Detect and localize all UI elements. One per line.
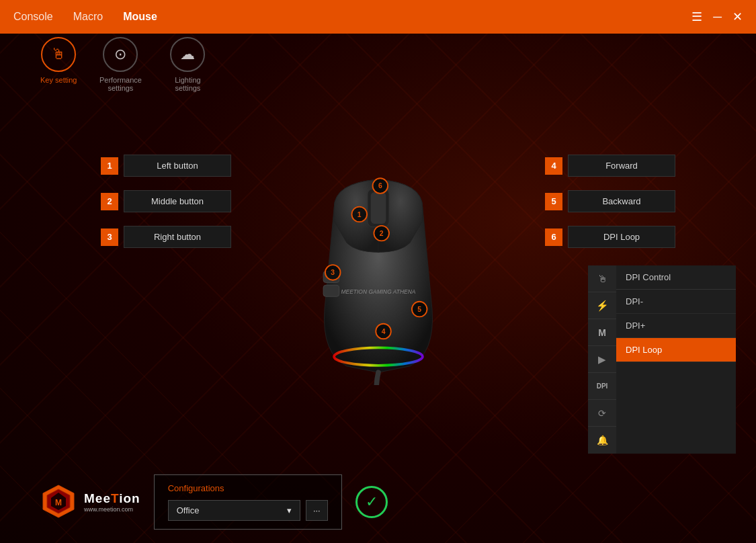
svg-rect-2 bbox=[370, 192, 386, 224]
backward-button-label[interactable]: Backward bbox=[568, 190, 675, 212]
performance-label: Performance settings bbox=[97, 76, 144, 92]
svg-text:2: 2 bbox=[379, 230, 383, 237]
nav-console[interactable]: Console bbox=[13, 11, 53, 23]
lighting-label: Lighting settings bbox=[164, 76, 211, 92]
button-row-2: 2 Middle button bbox=[101, 190, 231, 212]
titlebar: Console Macro Mouse ☰ ─ ✕ bbox=[0, 0, 756, 34]
svg-text:5: 5 bbox=[417, 306, 421, 313]
key-setting-btn[interactable]: 🖱 Key setting bbox=[40, 37, 77, 92]
button-number-5: 5 bbox=[545, 193, 562, 210]
button-number-4: 4 bbox=[545, 157, 562, 175]
svg-rect-4 bbox=[323, 285, 339, 296]
forward-button-label[interactable]: Forward bbox=[568, 155, 675, 177]
right-button-label[interactable]: Right button bbox=[124, 226, 231, 248]
top-icon-bar: 🖱 Key setting ⊙ Performance settings ☁ L… bbox=[40, 37, 211, 92]
middle-button-label[interactable]: Middle button bbox=[124, 190, 231, 212]
button-row-1: 1 Left button bbox=[101, 155, 231, 177]
menu-icon[interactable]: ☰ bbox=[691, 11, 702, 23]
left-button-label[interactable]: Left button bbox=[124, 155, 231, 177]
window-controls: ☰ ─ ✕ bbox=[691, 11, 743, 23]
nav-bar: Console Macro Mouse bbox=[13, 11, 691, 23]
key-setting-icon: 🖱 bbox=[41, 37, 76, 72]
lighting-setting-btn[interactable]: ☁ Lighting settings bbox=[164, 37, 211, 92]
minimize-icon[interactable]: ─ bbox=[713, 11, 722, 23]
performance-setting-btn[interactable]: ⊙ Performance settings bbox=[97, 37, 144, 92]
svg-text:6: 6 bbox=[378, 182, 382, 190]
dpi-loop-button-label[interactable]: DPI Loop bbox=[568, 226, 675, 248]
button-row-4: 4 Forward bbox=[545, 155, 675, 177]
key-setting-label: Key setting bbox=[40, 76, 77, 84]
center-area: 1 Left button 2 Middle button 3 Right bu… bbox=[0, 34, 756, 543]
button-number-6: 6 bbox=[545, 228, 562, 246]
main-area: 1 Left button 2 Middle button 3 Right bu… bbox=[0, 34, 756, 543]
button-number-2: 2 bbox=[101, 193, 118, 210]
right-button-labels: 4 Forward 5 Backward 6 DPI Loop bbox=[545, 155, 675, 248]
nav-mouse[interactable]: Mouse bbox=[123, 11, 157, 23]
button-row-3: 3 Right button bbox=[101, 226, 231, 248]
svg-text:MEETION GAMING ATHENA: MEETION GAMING ATHENA bbox=[341, 288, 415, 295]
svg-text:4: 4 bbox=[381, 328, 385, 335]
button-number-3: 3 bbox=[101, 228, 118, 246]
performance-icon: ⊙ bbox=[103, 37, 138, 72]
close-icon[interactable]: ✕ bbox=[732, 11, 743, 23]
button-row-5: 5 Backward bbox=[545, 190, 675, 212]
button-row-6: 6 DPI Loop bbox=[545, 226, 675, 248]
svg-text:1: 1 bbox=[357, 211, 361, 218]
lighting-icon: ☁ bbox=[170, 37, 205, 72]
button-number-1: 1 bbox=[101, 157, 118, 175]
left-button-labels: 1 Left button 2 Middle button 3 Right bu… bbox=[101, 155, 231, 248]
svg-text:3: 3 bbox=[331, 269, 335, 276]
nav-macro[interactable]: Macro bbox=[73, 11, 103, 23]
mouse-image: MEETION GAMING ATHENA bbox=[278, 170, 479, 385]
